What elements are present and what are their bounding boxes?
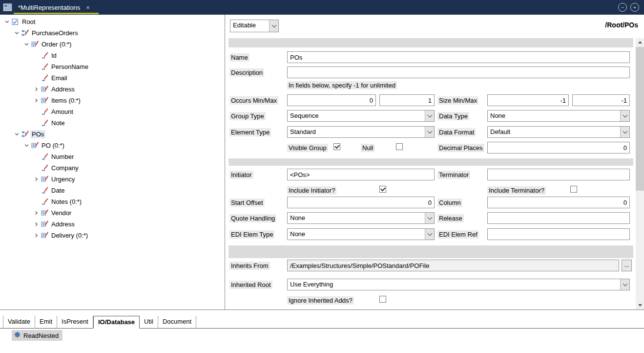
form-scrollbar[interactable] (636, 38, 644, 309)
tree-item-label: POs (30, 130, 45, 138)
scroll-down-icon[interactable] (636, 301, 644, 309)
chevron-down-icon[interactable] (620, 110, 629, 121)
ignore-inherited-adds-checkbox[interactable] (379, 296, 386, 303)
chevron-collapsed-icon[interactable] (31, 98, 41, 103)
tree-item-urgency[interactable]: Urgency (0, 174, 225, 185)
tree-item-vendor[interactable]: Vendor (0, 207, 225, 219)
quote-handling-select[interactable]: None (287, 212, 435, 224)
bottom-tabstrip: ValidateEmitIsPresentIO/DatabaseUtilDocu… (0, 316, 644, 329)
chevron-expanded-icon[interactable] (21, 42, 31, 47)
tree-item-number[interactable]: Number (0, 151, 225, 162)
tree-item-root[interactable]: Root (0, 16, 225, 27)
tree-item-po-0[interactable]: PO (0:*) (0, 140, 225, 151)
tree-item-amount[interactable]: Amount (0, 106, 225, 117)
tab-document[interactable]: Document (158, 316, 196, 329)
tab-emit[interactable]: Emit (35, 316, 57, 329)
chevron-collapsed-icon[interactable] (31, 87, 41, 92)
tree-item-pos[interactable]: POs (0, 129, 225, 140)
tree-item-date[interactable]: Date (0, 185, 225, 196)
size-minmax-label: Size Min/Max (437, 96, 478, 105)
start-offset-input[interactable] (287, 197, 435, 208)
chevron-down-icon[interactable] (620, 279, 629, 290)
chevron-expanded-icon[interactable] (21, 143, 31, 148)
inherited-root-select[interactable]: Use Everything (287, 279, 630, 290)
tree-item-notes-0[interactable]: Notes (0:*) (0, 196, 225, 207)
tree-item-label: PurchaseOrders (30, 29, 80, 37)
tree-item-label: Date (50, 186, 66, 195)
mode-select[interactable]: Editable (230, 20, 279, 32)
tree-item-note[interactable]: Note (0, 117, 225, 129)
minimize-button[interactable]: − (618, 3, 627, 12)
element-type-value: Standard (288, 127, 425, 137)
initiator-input[interactable] (287, 169, 435, 180)
chevron-down-icon[interactable] (425, 229, 434, 240)
data-format-label: Data Format (437, 128, 476, 136)
chevron-collapsed-icon[interactable] (31, 233, 41, 238)
tree-item-email[interactable]: Email (0, 72, 225, 84)
occurs-max-input[interactable] (379, 94, 435, 106)
element-type-select[interactable]: Standard (287, 126, 435, 138)
size-min-input[interactable] (487, 94, 569, 106)
chevron-collapsed-icon[interactable] (31, 210, 41, 216)
include-terminator-checkbox[interactable] (570, 186, 577, 193)
include-initiator-checkbox[interactable] (379, 186, 386, 193)
tree-item-purchaseorders[interactable]: PurchaseOrders (0, 27, 225, 39)
tree-item-company[interactable]: Company (0, 162, 225, 174)
data-format-select[interactable]: Default (487, 126, 630, 138)
size-max-input[interactable] (572, 94, 630, 106)
terminator-input[interactable] (487, 169, 630, 180)
tab-close-icon[interactable]: × (86, 4, 90, 11)
tree-item-address[interactable]: Address (0, 84, 225, 95)
tree-item-id[interactable]: Id (0, 50, 225, 61)
tree-item-delivery-0[interactable]: Delivery (0:*) (0, 230, 225, 241)
group-type-select[interactable]: Sequence (287, 110, 435, 122)
tab-util[interactable]: Util (140, 316, 158, 329)
tree-item-label: PO (0:*) (40, 141, 66, 150)
chevron-down-icon[interactable] (425, 213, 434, 223)
scroll-up-icon[interactable] (636, 38, 644, 46)
tab-ispresent[interactable]: IsPresent (57, 316, 93, 329)
scrollbar-thumb[interactable] (636, 47, 644, 191)
tab-io-database[interactable]: IO/Database (93, 316, 140, 329)
browse-button[interactable]: ... (622, 260, 632, 271)
release-label: Release (437, 214, 464, 222)
chevron-expanded-icon[interactable] (2, 19, 12, 24)
name-input[interactable] (287, 51, 630, 63)
chevron-expanded-icon[interactable] (12, 132, 21, 137)
occurs-min-input[interactable] (287, 94, 376, 106)
chevron-down-icon[interactable] (425, 127, 434, 137)
chevron-collapsed-icon[interactable] (31, 221, 41, 227)
tree-item-label: Address (50, 220, 76, 228)
unlimited-info-text: In fields below, specify -1 for unlimite… (287, 81, 397, 89)
edi-elem-type-select[interactable]: None (287, 228, 435, 240)
group-icon (41, 221, 50, 228)
decimal-places-input[interactable] (487, 142, 630, 154)
chevron-expanded-icon[interactable] (12, 30, 21, 36)
tree-item-label: PersonName (50, 63, 90, 71)
window-controls: − + (618, 0, 639, 15)
chevron-down-icon[interactable] (269, 20, 278, 32)
column-input[interactable] (487, 197, 630, 208)
app-icon[interactable] (2, 2, 13, 13)
tree-item-items-0[interactable]: Items (0:*) (0, 95, 225, 106)
data-type-select[interactable]: None (487, 110, 630, 122)
chevron-down-icon[interactable] (425, 110, 434, 121)
name-label: Name (229, 53, 249, 62)
inherits-from-input[interactable] (287, 260, 619, 271)
method-row: ReadNested (0, 330, 644, 341)
tree-item-personname[interactable]: PersonName (0, 61, 225, 72)
group-icon (41, 176, 50, 183)
chevron-collapsed-icon[interactable] (31, 176, 41, 182)
null-checkbox[interactable] (396, 143, 403, 150)
maximize-button[interactable]: + (630, 3, 639, 12)
visible-group-checkbox[interactable] (333, 143, 340, 150)
release-input[interactable] (487, 212, 630, 224)
tree-item-order-0[interactable]: Order (0:*) (0, 39, 225, 50)
tree-item-address[interactable]: Address (0, 219, 225, 230)
edi-elem-ref-input[interactable] (487, 228, 630, 240)
description-input[interactable] (287, 66, 630, 78)
method-icon (14, 331, 21, 340)
tab-validate[interactable]: Validate (3, 316, 35, 329)
method-item[interactable]: ReadNested (12, 330, 62, 341)
chevron-down-icon[interactable] (620, 127, 629, 137)
